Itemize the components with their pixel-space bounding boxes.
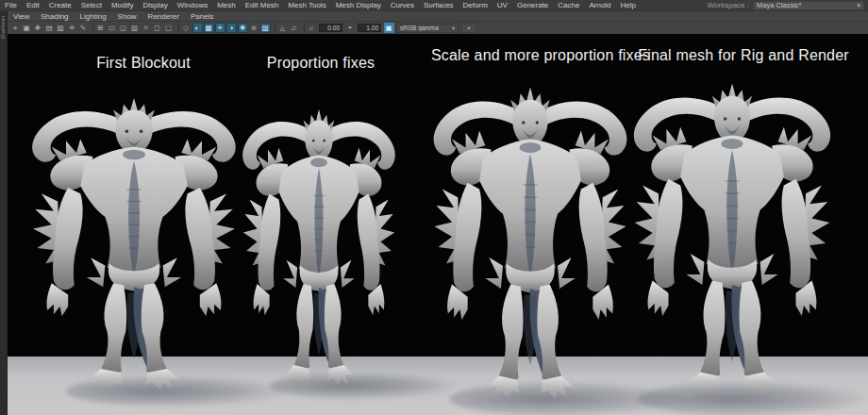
creature-model-first-blockout[interactable]: [21, 92, 247, 404]
resolution-gate-icon[interactable]: ◫: [118, 23, 128, 33]
creature-model-final-mesh[interactable]: [623, 77, 842, 409]
menu-item-modify[interactable]: Modify: [107, 0, 139, 11]
menu-item-shading[interactable]: Shading: [35, 11, 74, 22]
color-management-icon[interactable]: ▣: [384, 23, 394, 33]
creature-model-scale-proportion-fixes[interactable]: [423, 81, 638, 413]
ambient-occlusion-icon[interactable]: ❖: [238, 23, 248, 33]
menu-item-uv[interactable]: UV: [492, 0, 512, 11]
grid-icon[interactable]: ⊞: [92, 23, 106, 33]
gamma-icon[interactable]: ◓: [345, 23, 356, 33]
menu-item-select[interactable]: Select: [76, 0, 107, 11]
gamma-field[interactable]: [358, 24, 381, 32]
textured-icon[interactable]: ▩: [204, 23, 214, 33]
lock-camera-icon[interactable]: ▣: [22, 23, 32, 33]
wireframe-icon[interactable]: ◇: [178, 23, 192, 33]
safe-action-icon[interactable]: ◻: [152, 23, 162, 33]
use-all-lights-icon[interactable]: ☀: [215, 23, 225, 33]
exposure-field[interactable]: [319, 24, 342, 32]
stage-label-4: Final mesh for Rig and Render: [623, 47, 864, 64]
chevron-down-icon: ▾: [857, 2, 860, 9]
film-gate-icon[interactable]: ▭: [107, 23, 117, 33]
multisample-aa-icon[interactable]: ▨: [260, 23, 271, 33]
menu-item-renderer[interactable]: Renderer: [142, 11, 185, 22]
menu-item-view[interactable]: View: [8, 11, 35, 22]
viewport[interactable]: First Blockout Proportion fixes Scale an…: [8, 34, 868, 415]
menu-item-show[interactable]: Show: [112, 11, 142, 22]
creature-model-proportion-fixes[interactable]: [234, 104, 404, 398]
maya-window: FileEditCreateSelectModifyDisplayWindows…: [0, 0, 868, 415]
safe-title-icon[interactable]: ▢: [163, 23, 174, 33]
menu-item-edit-mesh[interactable]: Edit Mesh: [241, 0, 284, 11]
menu-item-help[interactable]: Help: [616, 0, 641, 11]
isolate-select-icon[interactable]: ◬: [275, 23, 288, 33]
workspace-value: Maya Classic*: [757, 1, 857, 9]
menu-item-create[interactable]: Create: [44, 0, 76, 11]
menu-item-display[interactable]: Display: [139, 0, 173, 11]
menu-item-mesh-tools[interactable]: Mesh Tools: [283, 0, 330, 11]
menu-item-surfaces[interactable]: Surfaces: [419, 0, 459, 11]
view-transform-value: sRGB gamma: [400, 25, 452, 31]
menu-item-windows[interactable]: Windows: [173, 0, 212, 11]
grease-pencil-icon[interactable]: ✎: [78, 23, 89, 33]
panel-toolbar: ⌖▣✥▤▧✛✎⊞▭◫▥⌗◻▢◇◐▩☀◑❖≋▨◬▱☼ ◓ ▣ sRGB gamma…: [8, 22, 868, 34]
left-dock-strip: Outliner: [0, 11, 8, 415]
menu-item-curves[interactable]: Curves: [386, 0, 419, 11]
image-plane-icon[interactable]: ▧: [56, 23, 66, 33]
menu-item-panels[interactable]: Panels: [185, 11, 219, 22]
menu-item-lighting[interactable]: Lighting: [75, 11, 112, 22]
camera-attributes-icon[interactable]: ✥: [33, 23, 43, 33]
menu-item-mesh-display[interactable]: Mesh Display: [331, 0, 386, 11]
main-menubar: FileEditCreateSelectModifyDisplayWindows…: [0, 0, 868, 11]
stage-label-1: First Blockout: [30, 55, 257, 72]
menu-item-deform[interactable]: Deform: [459, 0, 492, 11]
stage-label-2: Proportion fixes: [226, 55, 415, 72]
outliner-vertical-tab[interactable]: Outliner: [0, 15, 8, 39]
toolbar-overflow-button[interactable]: ▾: [461, 24, 476, 33]
menu-item-cache[interactable]: Cache: [553, 0, 584, 11]
shaded-icon[interactable]: ◐: [192, 23, 203, 33]
menu-item-generate[interactable]: Generate: [512, 0, 553, 11]
menu-item-file[interactable]: File: [0, 0, 22, 11]
menu-item-mesh[interactable]: Mesh: [212, 0, 241, 11]
xray-icon[interactable]: ▱: [289, 23, 299, 33]
workspace-selector[interactable]: Maya Classic* ▾: [753, 1, 864, 10]
pan-zoom-icon[interactable]: ✛: [67, 23, 77, 33]
menu-item-arnold[interactable]: Arnold: [584, 0, 615, 11]
gate-mask-icon[interactable]: ▥: [129, 23, 140, 33]
exposure-icon[interactable]: ☼: [304, 23, 317, 33]
chevron-down-icon: ▾: [452, 25, 455, 31]
panel-menubar: ViewShadingLightingShowRendererPanels: [8, 11, 868, 22]
bookmark-icon[interactable]: ▤: [44, 23, 55, 33]
field-chart-icon[interactable]: ⌗: [141, 23, 151, 33]
select-camera-icon[interactable]: ⌖: [10, 23, 21, 33]
shadows-icon[interactable]: ◑: [226, 23, 237, 33]
view-transform-dropdown[interactable]: sRGB gamma ▾: [396, 24, 459, 33]
motion-blur-icon[interactable]: ≋: [249, 23, 259, 33]
menu-item-edit[interactable]: Edit: [22, 0, 44, 11]
workspace-label: Workspace :: [708, 1, 749, 9]
